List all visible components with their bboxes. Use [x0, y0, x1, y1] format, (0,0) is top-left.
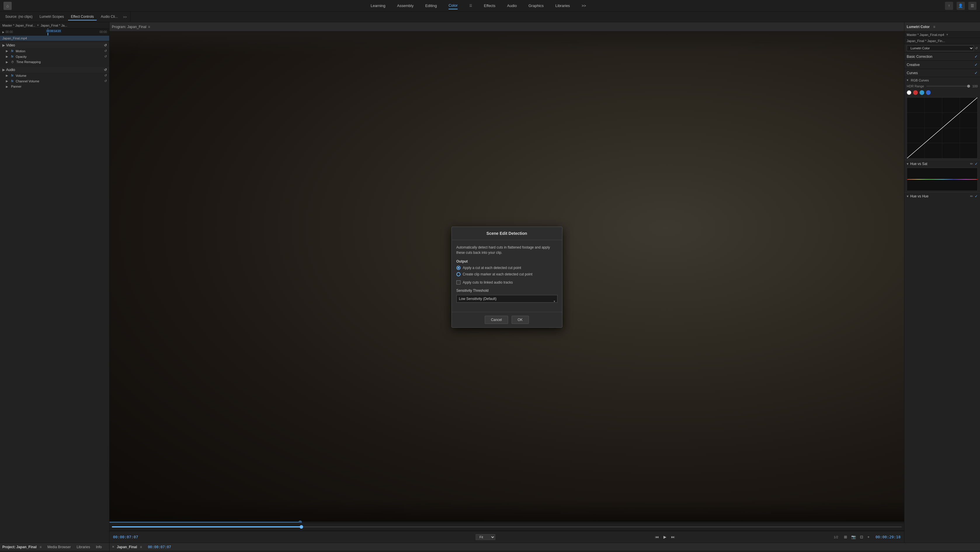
timeline-close-icon[interactable]: ✕ [112, 545, 115, 549]
safe-margins-button[interactable]: ⊞ [843, 534, 848, 540]
color-dot-green[interactable] [920, 90, 924, 95]
program-scrub-track[interactable] [112, 526, 902, 528]
step-back-button[interactable]: ⏮ [654, 534, 660, 540]
rgb-curves-collapse-icon[interactable]: ▾ [907, 78, 908, 82]
radio-apply-cut[interactable]: Apply a cut at each detected cut point [457, 266, 557, 270]
volume-fx-badge: fx [11, 74, 13, 77]
home-icon[interactable]: ⌂ [3, 2, 12, 10]
volume-reset-icon[interactable]: ↺ [104, 73, 107, 77]
compare-button[interactable]: ⊡ [859, 534, 864, 540]
radio-clip-marker-circle[interactable] [457, 272, 460, 276]
lumetri-color-panel: Lumetri Color ≡ Master * Japan_Final.mp4… [904, 22, 980, 542]
audio-section-chevron: ▶ [2, 68, 5, 72]
curves-section[interactable]: Curves ✓ [904, 69, 980, 77]
basic-correction-check[interactable]: ✓ [974, 54, 978, 59]
volume-chevron[interactable]: ▶ [6, 74, 8, 77]
step-forward-button[interactable]: ⏭ [670, 534, 676, 540]
panner-chevron[interactable]: ▶ [6, 85, 8, 88]
checkbox-linked-audio[interactable]: Apply cuts to linked audio tracks [457, 280, 557, 285]
hue-vs-hue-section[interactable]: ▾ Hue vs Hue ✏ ✓ [904, 192, 980, 200]
nav-effects[interactable]: Effects [484, 2, 496, 9]
tab-info[interactable]: Info [96, 545, 102, 549]
video-section-reset[interactable]: ↺ [104, 43, 107, 47]
ruler-play-btn[interactable]: ▶ [2, 31, 5, 33]
nav-color-menu-icon[interactable]: ☰ [469, 4, 472, 8]
color-channel-dots [904, 89, 980, 96]
clip-name-text: Japan_Final.mp4 [2, 37, 27, 40]
tab-lumetri-scopes[interactable]: Lumetri Scopes [37, 13, 67, 21]
tab-media-browser[interactable]: Media Browser [47, 545, 71, 549]
cancel-button[interactable]: Cancel [485, 316, 508, 324]
lumetri-clip-arrow[interactable]: ▾ [947, 33, 948, 37]
hdr-range-slider[interactable] [926, 86, 970, 87]
fit-dropdown[interactable]: Fit 25% 50% 100% [476, 534, 495, 540]
menu-button[interactable]: ☰ [968, 2, 977, 10]
opacity-chevron[interactable]: ▶ [6, 55, 8, 58]
add-button[interactable]: + [866, 534, 871, 540]
color-dot-white[interactable] [907, 90, 912, 95]
color-dot-blue[interactable] [926, 90, 931, 95]
lumetri-preset-select[interactable]: Lumetri Color [907, 45, 974, 51]
opacity-reset-icon[interactable]: ↺ [104, 55, 107, 59]
program-scrub-handle[interactable] [300, 525, 303, 529]
channel-volume-fx-badge: fx [11, 80, 13, 83]
curves-graph[interactable] [907, 97, 978, 159]
channel-volume-chevron[interactable]: ▶ [6, 80, 8, 83]
hue-sat-check-icon[interactable]: ✓ [975, 162, 978, 166]
creative-section[interactable]: Creative ✓ [904, 61, 980, 69]
nav-color[interactable]: Color [449, 2, 458, 10]
radio-clip-marker[interactable]: Create clip marker at each detected cut … [457, 272, 557, 276]
hue-sat-section[interactable]: ▾ Hue vs Sat ✏ ✓ [904, 160, 980, 168]
sensitivity-select[interactable]: Low Sensitivity (Default) Medium Sensiti… [457, 295, 557, 302]
nav-assembly[interactable]: Assembly [397, 2, 414, 9]
tab-audio-clip[interactable]: Audio Cli... [98, 13, 121, 21]
hdr-range-value: 100 [972, 84, 978, 88]
nav-center: Learning Assembly Editing Color ☰ Effect… [371, 2, 586, 10]
hue-vs-hue-collapse-icon[interactable]: ▾ [907, 194, 908, 198]
hue-vs-hue-check-icon[interactable]: ✓ [975, 194, 978, 198]
tab-source[interactable]: Source: (no clips) [2, 13, 35, 21]
panel-more-icon[interactable]: >> [122, 14, 128, 20]
motion-chevron[interactable]: ▶ [6, 49, 8, 52]
basic-correction-section[interactable]: Basic Correction ✓ [904, 52, 980, 61]
timeline-menu-icon[interactable]: ≡ [140, 545, 142, 549]
nav-libraries[interactable]: Libraries [555, 2, 570, 9]
hue-sat-pencil-icon[interactable]: ✏ [970, 162, 973, 166]
lumetri-seq-clip: Japan_Final * Japan_Fin... [907, 39, 945, 43]
program-monitor-header: Program: Japan_Final ≡ [110, 22, 904, 32]
lumetri-color-header: Lumetri Color ≡ [904, 22, 980, 32]
hue-vs-hue-pencil-icon[interactable]: ✏ [970, 194, 973, 198]
nav-graphics[interactable]: Graphics [528, 2, 544, 9]
nav-audio[interactable]: Audio [507, 2, 517, 9]
ok-button[interactable]: OK [512, 316, 529, 324]
channel-volume-label: Channel Volume [16, 80, 40, 83]
nav-editing[interactable]: Editing [425, 2, 437, 9]
checkbox-linked-audio-box[interactable] [457, 280, 460, 285]
snap-button[interactable]: 📷 [850, 534, 857, 540]
lumetri-reset-icon[interactable]: ↺ [975, 46, 978, 50]
tab-effect-controls[interactable]: Effect Controls [68, 13, 97, 21]
color-dot-red[interactable] [913, 90, 918, 95]
lumetri-menu-icon[interactable]: ≡ [933, 25, 935, 29]
audio-section-reset[interactable]: ↺ [104, 68, 107, 72]
program-monitor-menu-icon[interactable]: ≡ [148, 25, 150, 29]
time-remapping-chevron[interactable]: ▶ [6, 60, 8, 64]
play-pause-button[interactable]: ▶ [662, 534, 668, 540]
creative-check[interactable]: ✓ [974, 62, 978, 67]
radio-apply-cut-circle[interactable] [457, 266, 460, 270]
hdr-slider-handle[interactable] [967, 85, 970, 87]
channel-volume-reset-icon[interactable]: ↺ [104, 79, 107, 83]
export-button[interactable]: ↑ [945, 2, 953, 10]
audio-section-header[interactable]: ▶ Audio ↺ [0, 67, 109, 73]
clip-dropdown-arrow[interactable]: ▾ [37, 23, 39, 27]
nav-learning[interactable]: Learning [371, 2, 385, 9]
motion-reset-icon[interactable]: ↺ [104, 49, 107, 53]
nav-more[interactable]: >> [582, 2, 586, 9]
hue-sat-collapse-icon[interactable]: ▾ [907, 162, 908, 166]
tab-libraries[interactable]: Libraries [76, 545, 90, 549]
project-menu-icon[interactable]: ≡ [40, 545, 41, 549]
panel-tabs-row: Source: (no clips) Lumetri Scopes Effect… [0, 12, 980, 22]
curves-check[interactable]: ✓ [974, 71, 978, 75]
account-button[interactable]: 👤 [957, 2, 965, 10]
video-section-header[interactable]: ▶ Video ↺ [0, 42, 109, 48]
